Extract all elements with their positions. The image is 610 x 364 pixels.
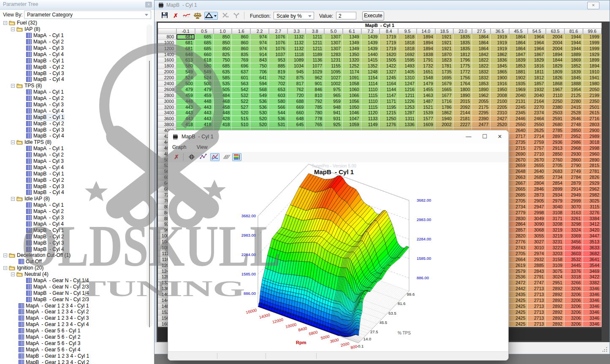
value-cell[interactable]: 1832 xyxy=(472,75,491,81)
value-cell[interactable]: 1195 xyxy=(380,105,398,111)
value-cell[interactable]: 1118 xyxy=(287,52,306,58)
value-cell[interactable]: 3024 xyxy=(546,274,564,280)
value-cell[interactable]: 2776 xyxy=(509,239,528,245)
value-cell[interactable]: 2646 xyxy=(564,116,583,122)
value-cell[interactable]: 1311 xyxy=(398,116,417,122)
value-cell[interactable]: 1327 xyxy=(380,69,398,75)
value-cell[interactable]: 418 xyxy=(195,122,214,128)
value-cell[interactable]: 1812 xyxy=(453,52,472,58)
value-cell[interactable]: 2310 xyxy=(491,110,509,116)
value-cell[interactable]: 2717 xyxy=(509,134,528,140)
value-cell[interactable]: 1120 xyxy=(361,110,380,116)
value-cell[interactable]: 524 xyxy=(176,75,195,81)
value-cell[interactable]: 1716 xyxy=(435,99,454,105)
value-cell[interactable]: 2442 xyxy=(509,286,528,292)
value-cell[interactable]: 3206 xyxy=(564,304,583,310)
value-cell[interactable]: 568 xyxy=(250,87,269,93)
value-cell[interactable]: 1869 xyxy=(564,57,583,63)
value-cell[interactable]: 2472 xyxy=(509,280,528,286)
tree-item-mapb-cyl-1[interactable]: MapB - Cyl 1 xyxy=(0,170,154,177)
tree-item-mapa-cyl-3[interactable]: MapA - Cyl 3 xyxy=(0,102,154,108)
value-cell[interactable]: 2670 xyxy=(509,157,528,163)
value-cell[interactable]: 2659 xyxy=(509,163,528,169)
tree-item-mapa-gear-1-2-3-4-cyl-3[interactable]: MapA - Gear 1 2 3 4 - Cyl 3 xyxy=(0,315,154,321)
value-cell[interactable]: 1823 xyxy=(435,57,454,63)
value-cell[interactable]: 1352 xyxy=(361,63,380,69)
value-cell[interactable]: 2873 xyxy=(528,192,546,198)
value-cell[interactable]: 1929 xyxy=(583,52,602,58)
value-cell[interactable]: 3456 xyxy=(564,239,583,245)
value-cell[interactable]: 2245 xyxy=(509,105,528,111)
value-cell[interactable]: 2270 xyxy=(528,105,546,111)
value-cell[interactable]: 3055 xyxy=(528,233,546,239)
value-cell[interactable]: 448 xyxy=(195,99,214,105)
value-cell[interactable]: 549 xyxy=(195,69,214,75)
value-cell[interactable]: 1964 xyxy=(528,40,546,46)
value-cell[interactable]: 2781 xyxy=(583,169,602,175)
value-cell[interactable]: 585 xyxy=(214,75,232,81)
value-cell[interactable]: 685 xyxy=(195,40,214,46)
value-cell[interactable]: 762 xyxy=(287,87,306,93)
value-cell[interactable]: 1133 xyxy=(361,116,380,122)
value-cell[interactable]: 1999 xyxy=(583,40,602,46)
tree-item-mapb-cyl-2[interactable]: MapB - Cyl 2 xyxy=(0,233,154,240)
value-cell[interactable]: 2164 xyxy=(528,99,546,105)
value-cell[interactable]: 1144 xyxy=(380,87,398,93)
value-cell[interactable]: 2759 xyxy=(528,140,546,146)
value-cell[interactable]: 2929 xyxy=(583,181,602,186)
value-cell[interactable]: 2949 xyxy=(564,192,583,198)
value-cell[interactable]: 1189 xyxy=(306,52,324,58)
value-cell[interactable]: 3324 xyxy=(564,227,583,233)
value-cell[interactable]: 1455 xyxy=(417,87,435,93)
value-cell[interactable]: 1844 xyxy=(546,57,564,63)
value-cell[interactable]: 1595 xyxy=(398,57,417,63)
value-cell[interactable]: 2713 xyxy=(528,286,546,292)
value-cell[interactable]: 825 xyxy=(214,52,232,58)
col-header[interactable]: 99.6 xyxy=(583,28,602,34)
value-cell[interactable]: 524 xyxy=(195,75,214,81)
col-header[interactable]: -0.1 xyxy=(176,28,195,34)
value-cell[interactable]: 1215 xyxy=(380,110,398,116)
value-cell[interactable]: 3010 xyxy=(528,245,546,251)
value-cell[interactable]: 1999 xyxy=(583,46,602,52)
value-cell[interactable]: 2015 xyxy=(453,99,472,105)
value-cell[interactable]: 2989 xyxy=(583,134,602,140)
value-cell[interactable]: 1791 xyxy=(417,57,435,63)
value-cell[interactable]: 1881 xyxy=(509,69,528,75)
col-header[interactable]: 2.2 xyxy=(250,28,269,34)
value-cell[interactable]: 1110 xyxy=(361,87,380,93)
value-cell[interactable]: 1307 xyxy=(324,40,343,46)
value-cell[interactable]: 1276 xyxy=(380,122,398,128)
value-cell[interactable]: 1870 xyxy=(435,52,454,58)
value-cell[interactable]: 2936 xyxy=(546,140,564,146)
value-cell[interactable]: 688 xyxy=(287,99,306,105)
value-cell[interactable]: 3206 xyxy=(564,310,583,315)
value-cell[interactable]: 1944 xyxy=(564,34,583,40)
value-cell[interactable]: 1916 xyxy=(491,81,509,87)
value-cell[interactable]: 1764 xyxy=(453,81,472,87)
value-cell[interactable]: 3384 xyxy=(583,216,602,222)
value-cell[interactable]: 542 xyxy=(232,87,250,93)
value-cell[interactable]: 945 xyxy=(287,69,306,75)
value-cell[interactable]: 2749 xyxy=(564,169,583,175)
value-cell[interactable]: 901 xyxy=(306,81,324,87)
value-cell[interactable]: 1283 xyxy=(324,52,343,58)
value-cell[interactable]: 2664 xyxy=(509,257,528,263)
value-cell[interactable]: 3445 xyxy=(564,263,583,269)
value-cell[interactable]: 2131 xyxy=(509,99,528,105)
col-header[interactable]: 23.0 xyxy=(453,28,472,34)
value-cell[interactable]: 2427 xyxy=(491,116,509,122)
value-cell[interactable]: 3206 xyxy=(564,315,583,321)
value-cell[interactable]: 1894 xyxy=(417,46,435,52)
value-cell[interactable]: 1136 xyxy=(306,57,324,63)
value-cell[interactable]: 1868 xyxy=(546,81,564,87)
3d-surface-button[interactable] xyxy=(222,153,230,161)
value-cell[interactable]: 1962 xyxy=(472,93,491,99)
value-cell[interactable]: 2345 xyxy=(509,110,528,116)
tree-item-mapa-cyl-2[interactable]: MapA - Cyl 2 xyxy=(0,95,154,102)
value-cell[interactable]: 1665 xyxy=(435,87,454,93)
value-cell[interactable]: 1935 xyxy=(509,81,528,87)
value-cell[interactable]: 522 xyxy=(232,99,250,105)
value-cell[interactable]: 1539 xyxy=(417,110,435,116)
collapse-icon[interactable]: − xyxy=(11,27,15,31)
